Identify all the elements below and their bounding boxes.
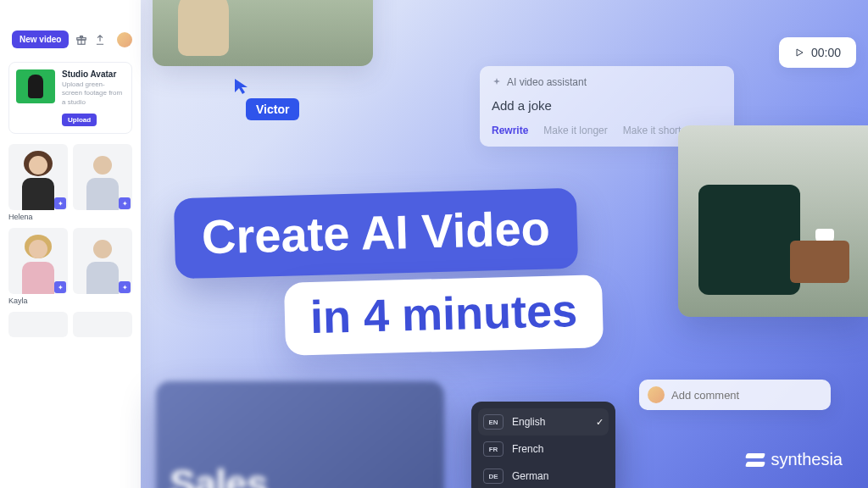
scene-thumbnail (153, 0, 373, 66)
hero-line-1: Create AI Video (174, 188, 578, 279)
avatar-tile[interactable] (8, 312, 68, 337)
cursor-icon (234, 78, 249, 95)
check-icon: ✓ (596, 417, 604, 428)
brand-name: synthesia (771, 450, 843, 469)
avatar-grid: Helena Kayla (8, 144, 132, 337)
play-timestamp[interactable]: 00:00 (779, 37, 856, 68)
collaborator-cursor: Victor (234, 78, 299, 120)
brand-mark-icon (746, 453, 765, 467)
language-code: FR (483, 441, 504, 457)
sparkle-badge-icon (54, 281, 66, 293)
cursor-label: Victor (246, 98, 299, 120)
sales-label: Sales (170, 461, 267, 488)
avatar-tile-kayla[interactable]: Kayla (8, 228, 68, 305)
share-icon[interactable] (94, 34, 106, 46)
comment-input[interactable] (671, 389, 822, 402)
language-menu: EN English ✓ FR French DE German (471, 402, 615, 488)
greenscreen-thumb (16, 69, 55, 103)
language-name: English (512, 416, 587, 428)
hero-headline: Create AI Video in 4 minutes (175, 193, 603, 352)
brand-logo: synthesia (746, 450, 843, 469)
avatar-tile[interactable] (73, 228, 132, 305)
avatar-tile[interactable] (73, 312, 132, 337)
language-option-english[interactable]: EN English ✓ (478, 408, 609, 435)
room-preview-image (678, 125, 868, 317)
language-name: German (512, 470, 604, 482)
studio-avatar-card: Studio Avatar Upload green-screen footag… (8, 62, 132, 134)
commenter-avatar (648, 386, 665, 403)
gift-icon[interactable] (75, 34, 87, 46)
avatar-name: Helena (8, 213, 68, 221)
timestamp-value: 00:00 (811, 46, 841, 59)
avatar-tile[interactable] (73, 144, 132, 221)
language-name: French (512, 443, 604, 455)
comment-bar (639, 380, 831, 410)
studio-card-title: Studio Avatar (62, 69, 125, 79)
sparkle-badge-icon (119, 281, 131, 293)
assistant-action-rewrite[interactable]: Rewrite (492, 125, 528, 136)
language-code: DE (483, 469, 504, 484)
studio-card-subtitle: Upload green-screen footage from a studi… (62, 80, 125, 107)
sparkle-badge-icon (54, 197, 66, 209)
assistant-input[interactable] (492, 98, 722, 113)
upload-button[interactable]: Upload (62, 114, 97, 126)
assistant-action-longer[interactable]: Make it longer (543, 125, 607, 136)
language-option-german[interactable]: DE German (478, 463, 609, 488)
assistant-title: AI video assistant (492, 76, 722, 88)
play-icon (794, 47, 804, 58)
sparkle-icon (492, 77, 502, 87)
user-avatar[interactable] (117, 32, 132, 47)
hero-line-2: in 4 minutes (284, 274, 604, 356)
avatar-name: Kayla (8, 297, 68, 305)
language-code: EN (483, 414, 504, 430)
avatar-tile-helena[interactable]: Helena (8, 144, 68, 221)
sparkle-badge-icon (119, 197, 131, 209)
sidebar-toolbar: New video (12, 30, 132, 48)
new-video-button[interactable]: New video (12, 30, 69, 48)
sales-template-card: Sales (156, 381, 444, 488)
sidebar: New video Studio Avatar Upload green-scr… (0, 0, 141, 488)
language-option-french[interactable]: FR French (478, 435, 609, 463)
